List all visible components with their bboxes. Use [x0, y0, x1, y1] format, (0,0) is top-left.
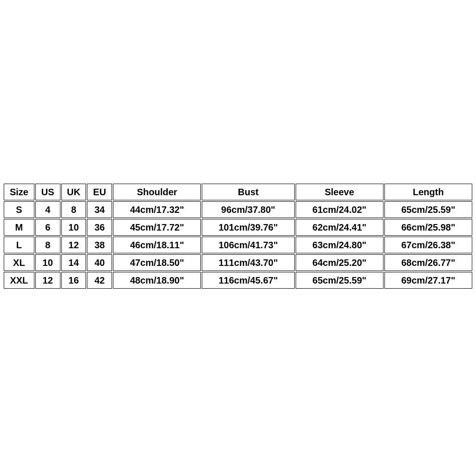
col-header-size: Size: [4, 184, 34, 200]
cell-uk: 12: [61, 237, 86, 253]
cell-eu: 38: [87, 237, 112, 253]
size-chart-table: Size US UK EU Shoulder Bust Sleeve Lengt…: [3, 183, 473, 290]
cell-bust: 96cm/37.80": [202, 201, 294, 218]
col-header-us: US: [35, 184, 60, 200]
cell-us: 12: [35, 272, 60, 289]
cell-length: 69cm/27.17": [384, 272, 472, 289]
col-header-bust: Bust: [202, 184, 294, 200]
col-header-uk: UK: [61, 184, 86, 200]
col-header-shoulder: Shoulder: [113, 184, 201, 200]
cell-eu: 34: [87, 201, 112, 218]
cell-shoulder: 47cm/18.50": [113, 254, 201, 271]
header-row: Size US UK EU Shoulder Bust Sleeve Lengt…: [4, 184, 472, 200]
cell-uk: 10: [61, 219, 86, 236]
cell-bust: 101cm/39.76": [202, 219, 294, 236]
table-row: M 6 10 36 45cm/17.72" 101cm/39.76" 62cm/…: [4, 219, 472, 236]
cell-us: 4: [35, 201, 60, 218]
table-row: XXL 12 16 42 48cm/18.90" 116cm/45.67" 65…: [4, 272, 472, 289]
cell-size: S: [4, 201, 34, 218]
cell-shoulder: 44cm/17.32": [113, 201, 201, 218]
cell-size: M: [4, 219, 34, 236]
table-row: S 4 8 34 44cm/17.32" 96cm/37.80" 61cm/24…: [4, 201, 472, 218]
cell-bust: 116cm/45.67": [202, 272, 294, 289]
cell-length: 66cm/25.98": [384, 219, 472, 236]
cell-shoulder: 48cm/18.90": [113, 272, 201, 289]
cell-sleeve: 63cm/24.80": [296, 237, 383, 253]
col-header-sleeve: Sleeve: [296, 184, 383, 200]
cell-shoulder: 45cm/17.72": [113, 219, 201, 236]
cell-bust: 106cm/41.73": [202, 237, 294, 253]
cell-us: 8: [35, 237, 60, 253]
table-body: S 4 8 34 44cm/17.32" 96cm/37.80" 61cm/24…: [4, 201, 472, 289]
cell-eu: 40: [87, 254, 112, 271]
cell-length: 65cm/25.59": [384, 201, 472, 218]
cell-sleeve: 64cm/25.20": [296, 254, 383, 271]
table-row: L 8 12 38 46cm/18.11" 106cm/41.73" 63cm/…: [4, 237, 472, 253]
cell-length: 67cm/26.38": [384, 237, 472, 253]
cell-bust: 111cm/43.70": [202, 254, 294, 271]
cell-us: 10: [35, 254, 60, 271]
cell-eu: 36: [87, 219, 112, 236]
cell-uk: 16: [61, 272, 86, 289]
cell-uk: 14: [61, 254, 86, 271]
cell-sleeve: 61cm/24.02": [296, 201, 383, 218]
cell-size: XL: [4, 254, 34, 271]
cell-uk: 8: [61, 201, 86, 218]
cell-us: 6: [35, 219, 60, 236]
table-head: Size US UK EU Shoulder Bust Sleeve Lengt…: [4, 184, 472, 200]
cell-length: 68cm/26.77": [384, 254, 472, 271]
table-row: XL 10 14 40 47cm/18.50" 111cm/43.70" 64c…: [4, 254, 472, 271]
cell-eu: 42: [87, 272, 112, 289]
page-canvas: Size US UK EU Shoulder Bust Sleeve Lengt…: [0, 0, 476, 476]
col-header-length: Length: [384, 184, 472, 200]
cell-sleeve: 62cm/24.41": [296, 219, 383, 236]
cell-sleeve: 65cm/25.59": [296, 272, 383, 289]
size-chart-container: Size US UK EU Shoulder Bust Sleeve Lengt…: [3, 183, 473, 290]
cell-size: L: [4, 237, 34, 253]
col-header-eu: EU: [87, 184, 112, 200]
cell-size: XXL: [4, 272, 34, 289]
cell-shoulder: 46cm/18.11": [113, 237, 201, 253]
